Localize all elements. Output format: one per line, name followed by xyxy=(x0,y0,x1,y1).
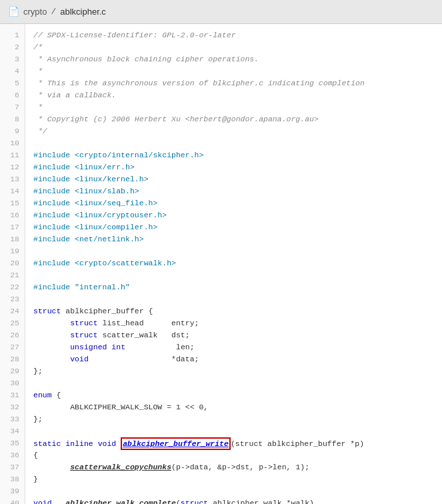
code-line: * xyxy=(33,101,442,113)
code-line: void *data; xyxy=(33,353,442,365)
code-line: #include <linux/compiler.h> xyxy=(33,221,442,233)
code-line: #include <linux/seq_file.h> xyxy=(33,197,442,209)
code-line: */ xyxy=(33,125,442,137)
code-line: struct list_head entry; xyxy=(33,317,442,329)
line-number: 1 xyxy=(0,29,25,41)
highlighted-function[interactable]: ablkcipher_buffer_write xyxy=(121,437,231,450)
line-number: 2 xyxy=(0,41,25,53)
line-number: 19 xyxy=(0,245,25,257)
breadcrumb-separator: / xyxy=(51,7,56,17)
line-number: 8 xyxy=(0,113,25,125)
line-number: 5 xyxy=(0,77,25,89)
code-line: void __ablkcipher_walk_complete(struct a… xyxy=(33,497,442,504)
line-number: 17 xyxy=(0,221,25,233)
line-number: 23 xyxy=(0,293,25,305)
code-line: struct scatter_walk dst; xyxy=(33,329,442,341)
code-line: #include <linux/slab.h> xyxy=(33,185,442,197)
code-line: #include <crypto/scatterwalk.h> xyxy=(33,257,442,269)
code-line: #include "internal.h" xyxy=(33,281,442,293)
line-number: 31 xyxy=(0,389,25,401)
line-number: 18 xyxy=(0,233,25,245)
code-line xyxy=(33,245,442,257)
code-line xyxy=(33,293,442,305)
code-line xyxy=(33,137,442,149)
code-line: #include <crypto/internal/skcipher.h> xyxy=(33,149,442,161)
code-line xyxy=(33,425,442,437)
line-number: 24 xyxy=(0,305,25,317)
code-line: { xyxy=(33,449,442,461)
code-content[interactable]: // SPDX-License-Identifier: GPL-2.0-or-l… xyxy=(25,24,442,504)
code-line: #include <net/netlink.h> xyxy=(33,233,442,245)
line-number: 34 xyxy=(0,425,25,437)
breadcrumb-parent[interactable]: crypto xyxy=(23,7,47,17)
line-number: 29 xyxy=(0,365,25,377)
line-number: 33 xyxy=(0,413,25,425)
line-number: 4 xyxy=(0,65,25,77)
code-line: } xyxy=(33,473,442,485)
line-number: 12 xyxy=(0,161,25,173)
code-line: * via a callback. xyxy=(33,89,442,101)
line-number: 38 xyxy=(0,473,25,485)
code-line: #include <linux/err.h> xyxy=(33,161,442,173)
line-number: 3 xyxy=(0,53,25,65)
line-number: 28 xyxy=(0,353,25,365)
code-line: struct ablkcipher_buffer { xyxy=(33,305,442,317)
code-area: 1234567891011121314151617181920212223242… xyxy=(0,24,442,504)
line-number: 16 xyxy=(0,209,25,221)
code-line: * Copyright (c) 2006 Herbert Xu <herbert… xyxy=(33,113,442,125)
line-number: 21 xyxy=(0,269,25,281)
code-line: static inline void ablkcipher_buffer_wri… xyxy=(33,437,442,449)
code-line: * Asynchronous block chaining cipher ope… xyxy=(33,53,442,65)
breadcrumb-icon: 📄 xyxy=(8,6,19,17)
line-number: 15 xyxy=(0,197,25,209)
breadcrumb-current: ablkcipher.c xyxy=(60,7,106,17)
line-number: 14 xyxy=(0,185,25,197)
line-number: 13 xyxy=(0,173,25,185)
line-number: 26 xyxy=(0,329,25,341)
code-line: /* xyxy=(33,41,442,53)
line-number: 11 xyxy=(0,149,25,161)
line-number: 27 xyxy=(0,341,25,353)
line-number: 10 xyxy=(0,137,25,149)
line-number: 40 xyxy=(0,497,25,504)
code-line: enum { xyxy=(33,389,442,401)
line-number: 30 xyxy=(0,377,25,389)
line-number: 7 xyxy=(0,101,25,113)
code-line: }; xyxy=(33,365,442,377)
line-number: 9 xyxy=(0,125,25,137)
line-number: 32 xyxy=(0,401,25,413)
line-number: 25 xyxy=(0,317,25,329)
line-number: 39 xyxy=(0,485,25,497)
line-number: 6 xyxy=(0,89,25,101)
code-line xyxy=(33,377,442,389)
line-number: 36 xyxy=(0,449,25,461)
code-line: }; xyxy=(33,413,442,425)
code-line xyxy=(33,485,442,497)
breadcrumb-bar: 📄 crypto / ablkcipher.c xyxy=(0,0,442,24)
code-line: // SPDX-License-Identifier: GPL-2.0-or-l… xyxy=(33,29,442,41)
line-numbers: 1234567891011121314151617181920212223242… xyxy=(0,24,25,504)
code-line: ABLKCIPHER_WALK_SLOW = 1 << 0, xyxy=(33,401,442,413)
code-line: #include <linux/kernel.h> xyxy=(33,173,442,185)
code-line xyxy=(33,269,442,281)
code-line: scatterwalk_copychunks(p->data, &p->dst,… xyxy=(33,461,442,473)
line-number: 22 xyxy=(0,281,25,293)
line-number: 20 xyxy=(0,257,25,269)
code-line: * This is the asynchronous version of bl… xyxy=(33,77,442,89)
code-line: unsigned int len; xyxy=(33,341,442,353)
code-line: * xyxy=(33,65,442,77)
line-number: 35 xyxy=(0,437,25,449)
line-number: 37 xyxy=(0,461,25,473)
code-line: #include <linux/cryptouser.h> xyxy=(33,209,442,221)
